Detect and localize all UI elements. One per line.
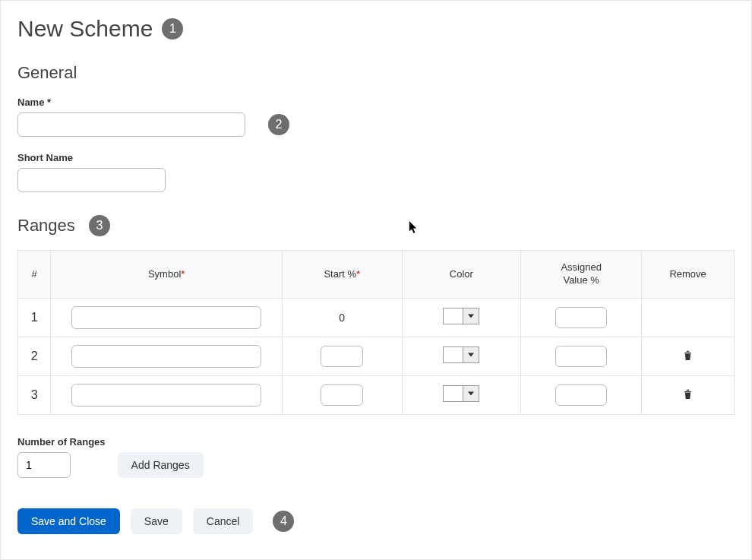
color-swatch [444, 347, 463, 362]
short-name-label: Short Name [17, 152, 735, 163]
col-header-assigned: AssignedValue % [521, 251, 642, 299]
num-ranges-input[interactable] [17, 452, 71, 478]
color-picker[interactable] [443, 385, 479, 402]
color-picker[interactable] [443, 308, 479, 324]
col-header-num: # [18, 251, 51, 299]
chevron-down-icon [463, 347, 479, 362]
start-percent-input[interactable] [321, 346, 363, 367]
color-swatch [444, 386, 463, 401]
assigned-value-input[interactable] [555, 307, 607, 328]
name-label: Name * [17, 96, 735, 108]
step-badge-1: 1 [162, 18, 183, 40]
symbol-input[interactable] [71, 345, 261, 368]
assigned-value-input[interactable] [555, 384, 607, 406]
trash-icon [681, 391, 694, 403]
row-num: 3 [18, 375, 51, 414]
cancel-button[interactable]: Cancel [193, 508, 254, 534]
step-badge-2: 2 [268, 114, 289, 135]
table-row: 1 0 [18, 298, 735, 337]
color-swatch [444, 308, 463, 324]
table-row: 3 [18, 375, 735, 414]
ranges-section-heading: Ranges [17, 216, 75, 236]
num-ranges-label: Number of Ranges [17, 436, 106, 448]
assigned-value-input[interactable] [555, 346, 607, 367]
name-required-star: * [47, 96, 51, 108]
step-badge-4: 4 [273, 511, 294, 532]
row-num: 2 [18, 337, 51, 375]
start-fixed-value: 0 [339, 312, 345, 324]
col-header-symbol: Symbol* [51, 251, 283, 299]
page-title: New Scheme [17, 16, 153, 42]
ranges-table: # Symbol* Start %* Color AssignedValue %… [17, 250, 735, 415]
save-button[interactable]: Save [131, 508, 182, 534]
remove-row-button[interactable] [680, 386, 696, 404]
table-row: 2 [18, 337, 735, 375]
col-header-start: Start %* [282, 251, 402, 299]
general-section-heading: General [17, 63, 735, 83]
color-picker[interactable] [443, 346, 479, 363]
chevron-down-icon [463, 386, 479, 401]
name-input[interactable] [17, 112, 245, 137]
chevron-down-icon [463, 308, 479, 324]
start-percent-input[interactable] [321, 384, 363, 406]
add-ranges-button[interactable]: Add Ranges [118, 452, 204, 478]
trash-icon [681, 353, 694, 364]
step-badge-3: 3 [89, 215, 110, 236]
symbol-input[interactable] [71, 306, 261, 329]
col-header-remove: Remove [642, 251, 735, 299]
symbol-input[interactable] [71, 384, 261, 407]
save-and-close-button[interactable]: Save and Close [17, 508, 120, 534]
start-required-star: * [356, 268, 360, 280]
col-header-color: Color [402, 251, 521, 299]
remove-row-button[interactable] [680, 347, 696, 365]
symbol-required-star: * [181, 268, 185, 280]
row-num: 1 [18, 298, 51, 337]
short-name-input[interactable] [17, 168, 166, 192]
